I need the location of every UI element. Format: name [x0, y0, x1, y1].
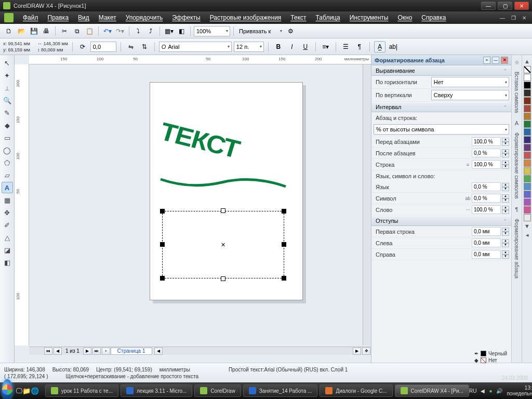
- handle-sw[interactable]: [160, 276, 165, 281]
- task-item[interactable]: лекция 3.11 - Micro...: [121, 384, 192, 397]
- swatch-9[interactable]: [524, 144, 531, 151]
- clock[interactable]: 13:10 понедельник: [507, 385, 532, 396]
- palette-down-button[interactable]: ▼: [523, 222, 531, 230]
- page-tab[interactable]: Страница 1: [111, 348, 152, 355]
- ql-explorer[interactable]: 📁: [22, 385, 31, 396]
- canvas-area[interactable]: 150 100 50 50 100 150 200 миллиметры 200…: [15, 55, 371, 363]
- drawing-page[interactable]: ТЕКСТ ✕: [150, 82, 303, 300]
- freehand-tool[interactable]: ✎: [2, 107, 13, 118]
- docker-collapse-button[interactable]: »: [483, 57, 490, 64]
- eyedropper-tool[interactable]: ✐: [2, 219, 13, 231]
- swatch-11[interactable]: [524, 159, 531, 167]
- outline-tool[interactable]: △: [2, 232, 13, 243]
- handle-s[interactable]: [221, 276, 225, 281]
- insert-char-tab[interactable]: ☆: [513, 58, 521, 66]
- mdi-close-button[interactable]: ✕: [521, 15, 528, 21]
- after-para-input[interactable]: [472, 149, 501, 157]
- save-button[interactable]: 💾: [28, 25, 39, 37]
- docker-title[interactable]: Форматирование абзаца » — ✕: [371, 55, 511, 65]
- menu-window[interactable]: Окно: [393, 13, 416, 22]
- next-page-button[interactable]: ▶: [83, 348, 91, 355]
- handle-ne[interactable]: [282, 209, 286, 214]
- menu-help[interactable]: Справка: [417, 13, 450, 22]
- tray-icon[interactable]: ◀: [481, 388, 485, 394]
- copy-button[interactable]: ⧉: [71, 25, 83, 37]
- swatch-4[interactable]: [524, 105, 531, 112]
- palette-up-button[interactable]: ▲: [523, 57, 531, 65]
- section-alignment[interactable]: Выравнивание⌃: [371, 65, 511, 76]
- vertical-scrollbar[interactable]: [363, 64, 371, 345]
- swatch-18[interactable]: [524, 214, 531, 221]
- artistic-text[interactable]: ТЕКСТ: [159, 116, 239, 165]
- zoom-tool[interactable]: 🔍: [2, 95, 13, 106]
- zoom-combo[interactable]: 100%: [194, 26, 230, 36]
- swatch-15[interactable]: [524, 191, 531, 198]
- word-input[interactable]: [472, 205, 501, 214]
- menu-bitmaps[interactable]: Растровые изображения: [206, 13, 286, 22]
- minimize-button[interactable]: —: [481, 2, 496, 10]
- lang-indicator[interactable]: RU: [469, 388, 476, 394]
- ql-desktop[interactable]: 🖵: [16, 385, 22, 396]
- shape-tool[interactable]: ✦: [2, 70, 13, 81]
- docker-close-button[interactable]: ✕: [501, 57, 508, 64]
- scroll-left-button[interactable]: ◀: [154, 348, 163, 355]
- section-indent[interactable]: Отступы⌃: [371, 216, 511, 226]
- print-button[interactable]: 🖶: [41, 25, 52, 37]
- swatch-8[interactable]: [524, 136, 531, 143]
- underline-button[interactable]: U: [300, 41, 311, 52]
- right-indent-input[interactable]: [472, 250, 501, 259]
- scroll-right-button[interactable]: ▶: [353, 348, 361, 355]
- handle-nw[interactable]: [160, 209, 165, 214]
- first-indent-input[interactable]: [472, 227, 501, 236]
- task-item[interactable]: CorelDraw: [194, 384, 241, 397]
- task-item[interactable]: урок 11 Работа с те...: [45, 384, 118, 397]
- navigator-button[interactable]: ✥: [362, 348, 370, 355]
- start-button[interactable]: [2, 379, 12, 399]
- interactive-fill-tool[interactable]: ◧: [2, 257, 13, 268]
- ql-browser[interactable]: 🌐: [31, 385, 39, 396]
- char-format-button[interactable]: A̲: [374, 41, 385, 52]
- add-page-button[interactable]: +: [102, 348, 110, 355]
- mdi-restore-button[interactable]: ❐: [510, 15, 517, 21]
- close-button[interactable]: ✕: [514, 2, 529, 10]
- swatch-14[interactable]: [524, 183, 531, 190]
- align-v-combo[interactable]: Сверху: [431, 90, 509, 100]
- interval-unit-combo[interactable]: % от высоты символа: [374, 124, 509, 135]
- mirror-h-button[interactable]: ⇋: [125, 41, 137, 52]
- line-input[interactable]: [472, 160, 501, 169]
- handle-w[interactable]: [160, 242, 165, 247]
- swatch-2[interactable]: [524, 89, 531, 97]
- last-page-button[interactable]: ⏭: [92, 348, 101, 355]
- para-format-tab[interactable]: ¶: [513, 205, 521, 214]
- app-launcher-button[interactable]: ▦▾: [163, 25, 175, 37]
- align-h-combo[interactable]: Нет: [431, 77, 509, 87]
- align-button[interactable]: ≡▾: [320, 41, 331, 52]
- swatch-10[interactable]: [524, 152, 531, 159]
- paste-button[interactable]: 📋: [84, 25, 95, 37]
- smart-fill-tool[interactable]: ◆: [2, 119, 13, 131]
- edit-text-button[interactable]: ab|: [388, 41, 399, 52]
- menu-file[interactable]: Файл: [19, 13, 43, 22]
- new-button[interactable]: 🗋: [3, 25, 15, 37]
- swatch-none[interactable]: [524, 66, 531, 73]
- snap-combo[interactable]: Привязать к: [237, 26, 284, 36]
- swatch-12[interactable]: [524, 167, 531, 175]
- prev-page-button[interactable]: ◀: [54, 348, 62, 355]
- menu-edit[interactable]: Правка: [44, 13, 73, 22]
- menu-layout[interactable]: Макет: [95, 13, 121, 22]
- cut-button[interactable]: ✂: [59, 25, 70, 37]
- lang-input[interactable]: [472, 182, 501, 191]
- italic-button[interactable]: I: [286, 41, 298, 52]
- task-item[interactable]: CorelDRAW X4 - [Ри...: [395, 384, 469, 397]
- font-size-combo[interactable]: 12 п.: [234, 42, 264, 52]
- font-combo[interactable]: OArial: [159, 42, 232, 52]
- dropcap-button[interactable]: ¶: [354, 41, 365, 52]
- tray-volume-icon[interactable]: 🔊: [496, 388, 502, 394]
- options-button[interactable]: ⚙: [285, 25, 296, 37]
- table-tool[interactable]: ▦: [2, 194, 13, 206]
- first-page-button[interactable]: ⏮: [44, 348, 52, 355]
- section-interval[interactable]: Интервал⌃: [371, 102, 511, 112]
- bold-button[interactable]: B: [273, 41, 284, 52]
- handle-n[interactable]: [221, 208, 225, 213]
- menu-table[interactable]: Таблица: [312, 13, 344, 22]
